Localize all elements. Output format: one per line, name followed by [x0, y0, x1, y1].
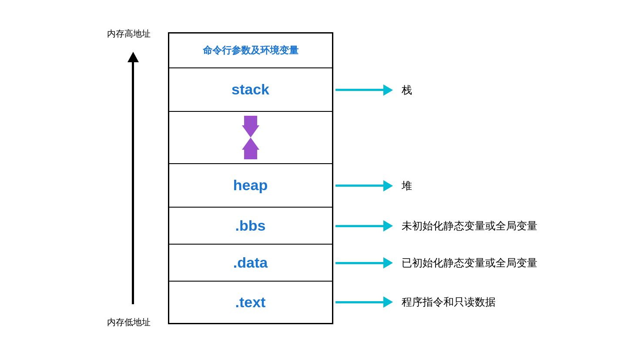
heap-annotation-text: 堆	[402, 179, 412, 193]
data-arrow-icon	[335, 257, 393, 269]
bbs-annotation-row: 未初始化静态变量或全局变量	[333, 208, 537, 245]
text-segment: .text	[169, 282, 332, 323]
memory-layout-box: 命令行参数及环境变量 stack heap	[168, 32, 333, 324]
bbs-annotation-text: 未初始化静态变量或全局变量	[402, 219, 537, 233]
bbs-arrow-icon	[335, 220, 393, 232]
purple-down-arrow-icon	[242, 116, 259, 138]
stack-annotation-row: 栈	[333, 68, 537, 112]
stack-arrow-icon	[335, 84, 393, 96]
low-address-label: 内存低地址	[107, 316, 151, 328]
text-annotation-text: 程序指令和只读数据	[402, 295, 496, 309]
bi-arrows	[242, 116, 259, 159]
data-annotation-row: 已初始化静态变量或全局变量	[333, 245, 537, 282]
up-arrow-head-icon	[127, 52, 139, 62]
gap-segment	[169, 112, 332, 164]
data-segment: .data	[169, 245, 332, 282]
text-arrow-icon	[335, 296, 393, 308]
stack-label: stack	[231, 81, 269, 98]
stack-segment: stack	[169, 68, 332, 112]
arrow-shaft	[132, 62, 134, 304]
bbs-segment: .bbs	[169, 208, 332, 245]
stack-annotation-text: 栈	[402, 83, 412, 97]
bbs-label: .bbs	[235, 217, 266, 234]
text-label: .text	[235, 294, 266, 311]
high-address-label: 内存高地址	[107, 28, 151, 40]
purple-up-arrow-icon	[242, 138, 259, 159]
right-annotations: 栈 堆 未初始化静态变量或全局变量 已初始化静态变量或	[333, 34, 537, 323]
data-label: .data	[233, 254, 268, 271]
heap-annotation-row: 堆	[333, 164, 537, 208]
heap-label: heap	[233, 177, 268, 194]
cmd-env-segment: 命令行参数及环境变量	[169, 34, 332, 68]
heap-segment: heap	[169, 164, 332, 208]
cmd-env-label: 命令行参数及环境变量	[203, 44, 299, 57]
heap-arrow-icon	[335, 180, 393, 191]
text-annotation-row: 程序指令和只读数据	[333, 282, 537, 323]
data-annotation-text: 已初始化静态变量或全局变量	[402, 256, 537, 270]
